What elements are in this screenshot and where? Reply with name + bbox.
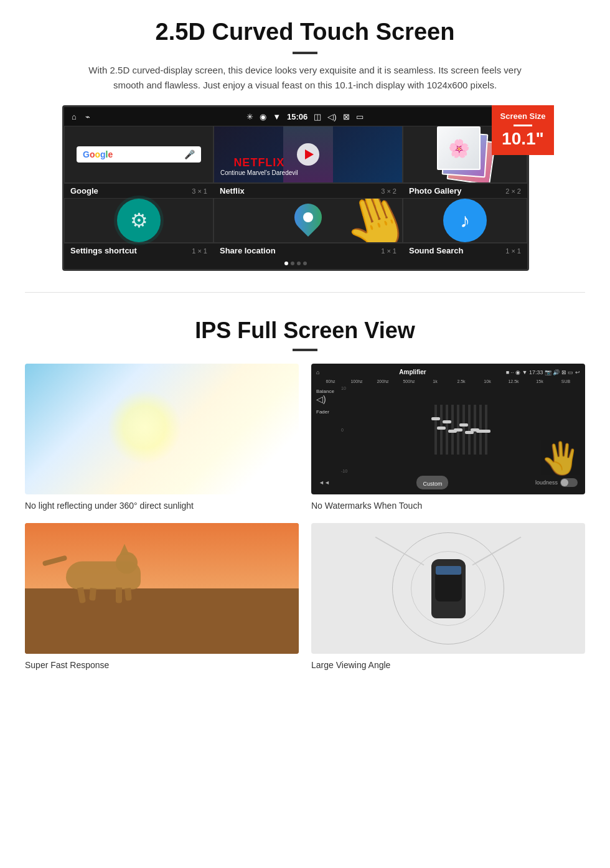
settings-widget[interactable]: ⚙	[64, 198, 214, 243]
flower-icon: 🌸	[448, 138, 470, 159]
section2-title: IPS Full Screen View	[25, 318, 585, 344]
amp-topbar: ⌂ Amplifier ■ ·· ◉ ▼ 17:33 📷 🔊 ⊠ ▭ ↩	[316, 369, 580, 375]
google-grid: 3 × 1	[192, 187, 207, 195]
loudness-toggle[interactable]	[560, 478, 578, 487]
settings-app-name: Settings shortcut	[70, 246, 137, 255]
netflix-logo-text: NETFLIX	[220, 156, 298, 169]
feature-car: Large Viewing Angle	[311, 523, 585, 670]
gallery-grid: 2 × 2	[505, 187, 521, 195]
netflix-subtitle: Continue Marvel's Daredevil	[220, 169, 298, 176]
gallery-app-name: Photo Gallery	[409, 186, 462, 196]
eq-bar-1[interactable]	[434, 405, 437, 455]
balance-label: Balance◁)	[316, 389, 341, 404]
app-labels-row2: Settings shortcut 1 × 1 Share location 1…	[64, 243, 527, 258]
photo-card-front: 🌸	[437, 126, 481, 170]
feature-cheetah: Super Fast Response	[25, 523, 299, 670]
sound-grid: 1 × 1	[505, 247, 521, 255]
music-note-icon: ♪	[460, 209, 470, 232]
eq-area: Balance◁) Fader 100-10	[316, 386, 580, 473]
amp-home-icon: ⌂	[316, 369, 319, 375]
amplifier-visual: ⌂ Amplifier ■ ·· ◉ ▼ 17:33 📷 🔊 ⊠ ▭ ↩ 60h…	[311, 364, 585, 494]
ground-visual	[25, 588, 299, 654]
close-icon: ⊠	[343, 112, 350, 121]
share-location-widget[interactable]: 🤚	[214, 198, 403, 243]
feature-amplifier: ⌂ Amplifier ■ ·· ◉ ▼ 17:33 📷 🔊 ⊠ ▭ ↩ 60h…	[311, 364, 585, 511]
eq-bar-8[interactable]	[474, 405, 476, 455]
google-logo: Google	[83, 149, 113, 159]
page-dot-2	[291, 262, 294, 265]
sound-search-widget[interactable]: ♪	[403, 198, 527, 243]
eq-bar-4[interactable]	[451, 405, 454, 455]
cheetah-silhouette	[66, 562, 141, 590]
hand-touch-icon: 🖐	[542, 440, 580, 476]
volume-icon: ◁)	[327, 112, 336, 121]
cheetah-image	[25, 523, 299, 654]
sunlight-caption: No light reflecting under 360° direct su…	[25, 501, 299, 511]
share-app-name: Share location	[220, 246, 276, 255]
section-divider-line	[25, 292, 585, 293]
eq-bar-5[interactable]	[457, 405, 459, 455]
netflix-label: NETFLIX Continue Marvel's Daredevil	[220, 156, 298, 176]
google-mic-icon[interactable]: 🎤	[184, 149, 195, 159]
netflix-label: Netflix 3 × 2	[214, 183, 403, 198]
section1-description: With 2.5D curved-display screen, this de…	[87, 63, 523, 93]
netflix-grid: 3 × 2	[381, 187, 396, 195]
play-button[interactable]	[297, 143, 319, 166]
cheetah-caption: Super Fast Response	[25, 660, 299, 670]
bluetooth-icon: ✳	[246, 112, 253, 121]
feature-sunlight: No light reflecting under 360° direct su…	[25, 364, 299, 511]
location-icon: ◉	[260, 112, 266, 121]
amp-bottom-controls: ◄◄ Custom loudness	[316, 476, 580, 489]
loudness-control: loudness	[535, 478, 578, 487]
page-dots	[64, 258, 527, 269]
page-dot-3	[297, 262, 301, 265]
amp-status: ■ ·· ◉ ▼ 17:33 📷 🔊 ⊠ ▭ ↩	[506, 369, 580, 375]
amplifier-caption: No Watermarks When Touch	[311, 501, 585, 511]
amp-preset-btn[interactable]: Custom	[416, 476, 448, 489]
app-grid-row2: ⚙ 🤚	[64, 198, 527, 243]
car-visual	[311, 523, 585, 654]
android-screen: ⌂ ⌁ ✳ ◉ ▼ 15:06 ◫ ◁) ⊠ ▭	[62, 105, 529, 271]
google-widget[interactable]: Google 🎤	[64, 126, 214, 183]
car-caption: Large Viewing Angle	[311, 660, 585, 670]
fader-label: Fader	[316, 409, 341, 415]
eq-bar-6[interactable]	[462, 405, 465, 455]
netflix-app-name: Netflix	[220, 186, 245, 196]
sound-circle: ♪	[443, 199, 487, 242]
sound-app-name: Sound Search	[409, 246, 463, 255]
device-mockup: Screen Size 10.1" ⌂ ⌁ ✳ ◉ ▼ 15:06 ◫	[62, 105, 548, 271]
title-divider	[293, 52, 317, 54]
netflix-widget[interactable]: NETFLIX Continue Marvel's Daredevil	[214, 126, 403, 183]
badge-title: Screen Size	[497, 111, 549, 121]
eq-bar-9[interactable]	[479, 405, 482, 455]
gallery-label: Photo Gallery 2 × 2	[403, 183, 527, 198]
share-grid: 1 × 1	[381, 247, 396, 255]
screen-size-badge: Screen Size 10.1"	[492, 105, 554, 155]
section2-title-divider	[293, 349, 317, 351]
eq-bar-7[interactable]	[468, 405, 471, 455]
google-app-name: Google	[70, 186, 98, 196]
eq-bar-2[interactable]	[440, 405, 443, 455]
settings-grid: 1 × 1	[192, 247, 207, 255]
car-top-view	[431, 559, 466, 618]
status-bar-left: ⌂ ⌁	[72, 112, 90, 121]
home-icon[interactable]: ⌂	[72, 112, 77, 121]
eq-bar-10[interactable]	[485, 405, 487, 455]
sound-label: Sound Search 1 × 1	[403, 243, 527, 258]
section1-title: 2.5D Curved Touch Screen	[37, 19, 573, 45]
eq-bar-3[interactable]	[446, 405, 448, 455]
eq-left-panel: Balance◁) Fader	[316, 386, 341, 473]
window-icon: ▭	[356, 112, 364, 121]
cheetah-visual	[25, 523, 299, 654]
eq-freq-labels: 60hz 100hz 200hz 500hz 1k 2.5k 10k 12.5k…	[316, 379, 580, 384]
status-bar-center: ✳ ◉ ▼ 15:06 ◫ ◁) ⊠ ▭	[246, 112, 363, 121]
status-time: 15:06	[287, 112, 307, 121]
eq-sliders: 100-10	[341, 386, 580, 473]
photo-stack: 🌸	[437, 126, 493, 182]
google-search-bar[interactable]: Google 🎤	[77, 146, 201, 163]
features-grid: No light reflecting under 360° direct su…	[25, 364, 585, 670]
status-bar: ⌂ ⌁ ✳ ◉ ▼ 15:06 ◫ ◁) ⊠ ▭	[64, 107, 527, 126]
camera-icon: ◫	[314, 112, 321, 121]
hand-icon: 🤚	[332, 198, 403, 243]
share-label: Share location 1 × 1	[214, 243, 403, 258]
